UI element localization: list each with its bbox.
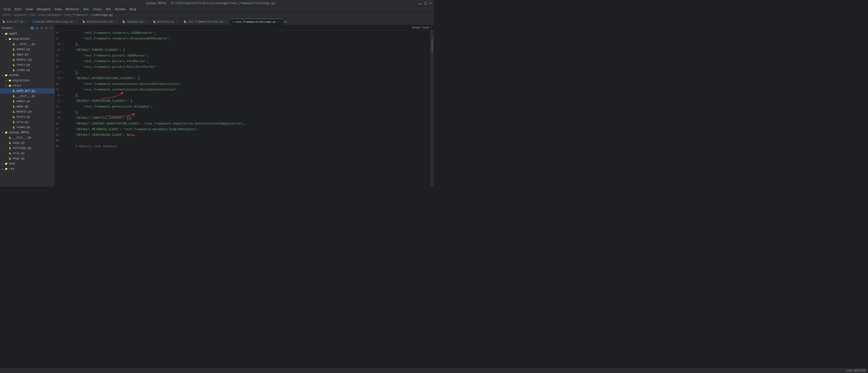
sidebar-close-icon[interactable]: — — [49, 26, 53, 30]
tab-close-icon[interactable]: ✕ — [224, 20, 228, 23]
sidebar-item-views-py[interactable]: 🐍views.py — [0, 67, 55, 73]
fold-icon[interactable]: ▽ — [61, 99, 63, 103]
code-content[interactable]: 'rest_framework.renderers.JSONRenderer',… — [66, 30, 430, 186]
fold-icon[interactable]: ▽ — [61, 77, 63, 80]
breadcrumb-item[interactable]: Lib — [30, 13, 35, 17]
tab-viewsets-py[interactable]: 🐍viewsets.py✕ — [120, 19, 151, 25]
tab-generics-py[interactable]: 🐍generics.py✕ — [151, 19, 181, 25]
sidebar-settings-icon[interactable]: ⚙ — [44, 26, 48, 30]
tab-label: generics.py — [157, 20, 174, 23]
reader-mode-label[interactable]: Reader Mode — [412, 26, 429, 29]
tab-django_DRF01-settings-py[interactable]: ⚙django_DRF01\settings.py✕ — [31, 19, 80, 25]
fold-icon[interactable]: ▽ — [61, 42, 63, 46]
tab-close-icon[interactable]: ✕ — [25, 20, 28, 23]
minimize-button[interactable] — [418, 4, 421, 4]
menu-item-file[interactable]: File — [2, 7, 12, 11]
breadcrumb-item[interactable]: site-packages — [39, 13, 61, 17]
tab-auth_drf-py[interactable]: 🐍auth_drf.py✕ — [0, 19, 31, 25]
sidebar-globe-icon[interactable]: 🌐 — [30, 26, 34, 30]
tree-expand-icon[interactable]: ▼ — [1, 74, 4, 77]
sidebar-item-apps-py[interactable]: 🐍apps.py — [0, 104, 55, 109]
folder-icon: 📁 — [8, 37, 12, 41]
tree-expand-icon[interactable]: ▼ — [1, 32, 4, 35]
code-token: rest_framework.authentication.SessionAut… — [85, 81, 178, 87]
tab-close-icon[interactable]: ✕ — [277, 20, 280, 24]
sidebar-item-req[interactable]: ▶📁req — [0, 166, 55, 172]
fold-icon[interactable]: ▽ — [61, 116, 63, 120]
sidebar-item-tests-py[interactable]: 🐍tests.py — [0, 114, 55, 119]
maximize-button[interactable] — [424, 2, 427, 4]
sidebar-item-settings-py[interactable]: 🐍settings.py — [0, 145, 55, 151]
sidebar-item-admin-py[interactable]: 🐍admin.py — [0, 99, 55, 104]
menu-item-navigate[interactable]: Navigate — [35, 7, 52, 11]
sidebar-item-migrations[interactable]: ▶📁migrations — [0, 78, 55, 83]
sidebar-item-migrations[interactable]: ▶📁migrations — [0, 36, 55, 41]
menu-item-view[interactable]: View — [24, 7, 35, 11]
tree-expand-icon[interactable]: ▼ — [5, 84, 8, 87]
scrollbar-thumb[interactable] — [432, 38, 433, 52]
sidebar-item-django-DRF01[interactable]: ▼📁django_DRF01 — [0, 130, 55, 135]
sidebar-sort-icon[interactable]: ⇅ — [35, 26, 39, 30]
breadcrumb-item[interactable]: rest_framework — [64, 13, 88, 17]
py-tab-icon: 🐍 — [2, 20, 5, 23]
tree-expand-icon[interactable]: ▶ — [5, 79, 8, 82]
fold-icon[interactable]: ▽ — [61, 71, 63, 75]
menu-item-run[interactable]: Run — [82, 7, 91, 11]
menu-item-refactor[interactable]: Refactor — [64, 7, 82, 11]
sidebar-item-tests-py[interactable]: 🐍tests.py — [0, 62, 55, 67]
sidebar-item-auth-drf-py[interactable]: 🐍auth_drf.py — [0, 88, 55, 93]
tab-authentication-py[interactable]: 🐍authentication.py✕ — [80, 19, 120, 25]
menu-item-vcs[interactable]: VCS — [104, 7, 113, 11]
close-button[interactable]: ✕ — [430, 1, 432, 5]
tab-close-icon[interactable]: ✕ — [175, 20, 179, 23]
code-token: ', — [195, 126, 199, 132]
sidebar-item-app01[interactable]: ▼📁app01 — [0, 31, 55, 36]
tab-close-icon[interactable]: ✕ — [145, 20, 148, 23]
menu-item-code[interactable]: Code — [53, 7, 63, 11]
sidebar-item---init---py[interactable]: 🐍__init__.py — [0, 135, 55, 140]
breadcrumb-item[interactable]: softs — [2, 13, 11, 17]
tree-item-label: tests.py — [17, 63, 30, 67]
tree-expand-icon[interactable]: ▼ — [1, 131, 4, 134]
tab-rest_framework-views-py[interactable]: 🐍rest_framework\views.py✕ — [181, 19, 230, 25]
menu-item-window[interactable]: Window — [113, 7, 127, 11]
code-token: ' — [68, 121, 77, 126]
tree-item-label: settings.py — [13, 146, 31, 150]
menu-item-tools[interactable]: Tools — [91, 7, 103, 11]
menu-item-help[interactable]: Help — [128, 7, 138, 11]
sidebar-item-asgi-py[interactable]: 🐍asgi.py — [0, 140, 55, 145]
tab-rest_framework-settings-py[interactable]: ⚙rest_framework\settings.py✕ — [230, 19, 283, 25]
sidebar-item-urls-py[interactable]: 🐍urls.py — [0, 119, 55, 125]
sidebar-item-utils[interactable]: ▼📁utils — [0, 83, 55, 88]
tab-close-icon[interactable]: ✕ — [114, 20, 117, 23]
sidebar-item-admin-py[interactable]: 🐍admin.py — [0, 47, 55, 52]
sidebar-item-models-py[interactable]: 🐍models.py — [0, 109, 55, 114]
tab-more-button[interactable]: ≫ — [283, 19, 289, 25]
code-line-34: 'rest_framework.parsers.JSONParser', — [66, 53, 430, 59]
line-number: 38 — [57, 76, 60, 81]
breadcrumb-item[interactable]: ⚙settings.py — [92, 13, 113, 17]
menu-item-edit[interactable]: Edit — [13, 7, 24, 11]
fold-icon[interactable]: ▽ — [61, 111, 63, 114]
tree-item-label: mser — [9, 162, 16, 165]
tab-close-icon[interactable]: ✕ — [74, 20, 78, 23]
sidebar-item---init---py[interactable]: 🐍__init__.py — [0, 93, 55, 99]
sidebar-item-mser[interactable]: ▶📁mser — [0, 161, 55, 166]
sidebar-item-wsgi-py[interactable]: 🐍wsgi.py — [0, 156, 55, 161]
tree-expand-icon[interactable]: ▶ — [1, 167, 4, 171]
fold-icon[interactable]: ▽ — [61, 93, 63, 97]
tree-expand-icon[interactable]: ▶ — [5, 37, 8, 40]
tree-expand-icon[interactable]: ▶ — [1, 162, 4, 165]
code-line-48: 'DEFAULT_VERSIONING_CLASS': None, — [66, 132, 430, 138]
sidebar-item---init---py[interactable]: 🐍__init__.py — [0, 41, 55, 47]
sidebar-item-apps-py[interactable]: 🐍apps.py — [0, 52, 55, 57]
sidebar-item-models-py[interactable]: 🐍models.py — [0, 57, 55, 62]
fold-icon[interactable]: ▽ — [61, 48, 63, 52]
tree-item-label: req — [9, 167, 14, 171]
sidebar-collapse-icon[interactable]: ≡ — [40, 26, 43, 30]
tree-item-label: models.py — [17, 110, 32, 113]
sidebar-item-auth01[interactable]: ▼📁auth01 — [0, 73, 55, 78]
sidebar-item-urls-py[interactable]: 🐍urls.py — [0, 151, 55, 156]
breadcrumb-item[interactable]: python3 — [14, 13, 26, 17]
sidebar-item-views-py[interactable]: 🐍views.py — [0, 125, 55, 130]
